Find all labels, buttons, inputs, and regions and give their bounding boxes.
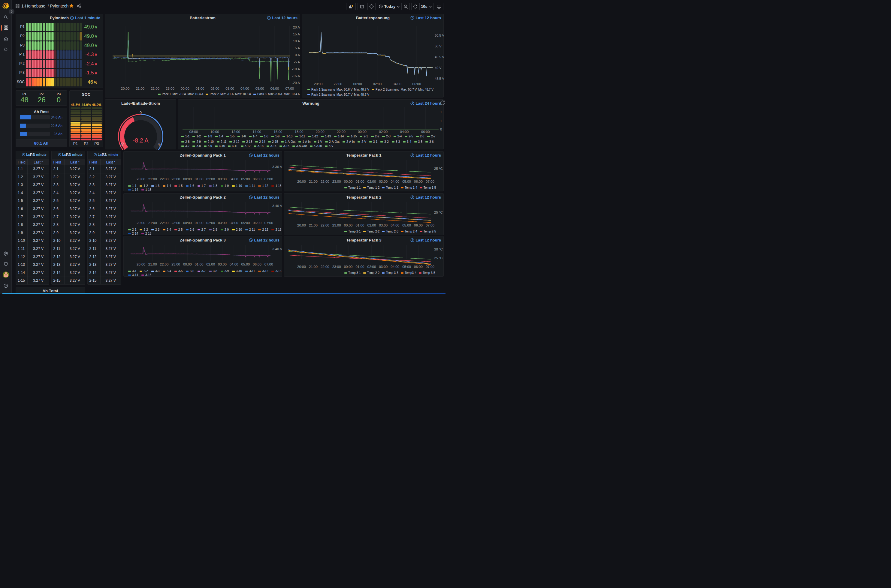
- svg-text:25 °C: 25 °C: [434, 256, 443, 260]
- svg-text:23:00: 23:00: [332, 265, 341, 268]
- svg-text:20 A: 20 A: [293, 26, 300, 29]
- svg-text:07:00: 07:00: [426, 265, 434, 268]
- svg-text:20:00: 20:00: [137, 221, 145, 225]
- svg-text:21:00: 21:00: [148, 221, 157, 225]
- svg-text:23:00: 23:00: [171, 177, 180, 181]
- svg-text:04:00: 04:00: [230, 177, 238, 181]
- svg-text:49 V: 49 V: [435, 66, 442, 70]
- svg-text:0: 0: [140, 111, 142, 115]
- svg-text:07:00: 07:00: [264, 177, 273, 181]
- svg-text:04:00: 04:00: [400, 130, 409, 134]
- svg-text:00:00: 00:00: [344, 180, 353, 183]
- svg-text:22:00: 22:00: [321, 265, 329, 268]
- svg-text:03:00: 03:00: [379, 224, 388, 227]
- svg-text:20:00: 20:00: [297, 265, 306, 268]
- svg-text:3.40 V: 3.40 V: [272, 247, 282, 251]
- svg-text:0: 0: [440, 128, 442, 131]
- svg-text:14:00: 14:00: [252, 130, 261, 134]
- svg-text:23:00: 23:00: [332, 224, 341, 227]
- svg-text:18:00: 18:00: [295, 130, 304, 134]
- svg-text:02:00: 02:00: [367, 265, 376, 268]
- svg-text:21:00: 21:00: [148, 262, 157, 266]
- svg-text:49.5 V: 49.5 V: [435, 55, 444, 59]
- svg-text:05:00: 05:00: [402, 224, 411, 227]
- svg-text:5 A: 5 A: [295, 46, 300, 50]
- svg-text:20:00: 20:00: [314, 82, 323, 86]
- svg-text:06:00: 06:00: [270, 87, 279, 90]
- svg-text:20:00: 20:00: [121, 87, 130, 90]
- svg-text:01:00: 01:00: [356, 265, 364, 268]
- svg-text:3.40 V: 3.40 V: [272, 204, 282, 208]
- svg-text:08:00: 08:00: [189, 130, 198, 134]
- svg-text:00:00: 00:00: [344, 224, 353, 227]
- svg-text:22:00: 22:00: [160, 262, 169, 266]
- svg-text:20:00: 20:00: [137, 262, 145, 266]
- svg-text:02:00: 02:00: [206, 177, 215, 181]
- svg-text:06:00: 06:00: [253, 262, 261, 266]
- svg-text:04:00: 04:00: [391, 265, 399, 268]
- svg-text:02:00: 02:00: [210, 87, 219, 90]
- svg-text:-15 A: -15 A: [292, 74, 300, 78]
- svg-text:06:00: 06:00: [421, 130, 430, 134]
- svg-text:07:00: 07:00: [264, 262, 273, 266]
- svg-text:10 A: 10 A: [293, 39, 300, 43]
- svg-text:05:00: 05:00: [255, 87, 264, 90]
- svg-text:20:00: 20:00: [297, 180, 306, 183]
- svg-text:07:00: 07:00: [285, 87, 294, 90]
- svg-text:00:00: 00:00: [183, 262, 192, 266]
- svg-text:-5 A: -5 A: [294, 60, 300, 64]
- svg-text:25 °C: 25 °C: [434, 167, 443, 170]
- svg-text:04:00: 04:00: [230, 221, 238, 225]
- svg-text:02:00: 02:00: [367, 180, 376, 183]
- svg-text:20:00: 20:00: [137, 177, 145, 181]
- svg-text:23:00: 23:00: [166, 87, 174, 90]
- svg-text:05:00: 05:00: [241, 177, 250, 181]
- svg-text:25 °C: 25 °C: [434, 211, 443, 214]
- svg-text:00:00: 00:00: [181, 87, 189, 90]
- svg-text:04:00: 04:00: [230, 262, 238, 266]
- svg-text:07:00: 07:00: [264, 221, 273, 225]
- svg-text:01:00: 01:00: [195, 221, 204, 225]
- svg-text:06:00: 06:00: [412, 82, 421, 86]
- svg-text:03:00: 03:00: [218, 177, 227, 181]
- svg-text:02:00: 02:00: [206, 262, 215, 266]
- svg-text:00:00: 00:00: [358, 130, 367, 134]
- svg-text:00:00: 00:00: [344, 265, 353, 268]
- svg-text:01:00: 01:00: [356, 224, 364, 227]
- svg-text:03:00: 03:00: [225, 87, 234, 90]
- svg-text:50.5 V: 50.5 V: [435, 34, 444, 37]
- svg-text:10:00: 10:00: [210, 130, 219, 134]
- svg-text:07:00: 07:00: [426, 224, 434, 227]
- svg-text:50 V: 50 V: [435, 44, 442, 48]
- svg-text:05:00: 05:00: [402, 265, 411, 268]
- svg-text:02:00: 02:00: [367, 224, 376, 227]
- svg-text:21:00: 21:00: [136, 87, 144, 90]
- svg-text:03:00: 03:00: [218, 221, 227, 225]
- svg-text:01:00: 01:00: [196, 87, 204, 90]
- svg-text:23:00: 23:00: [171, 221, 180, 225]
- svg-text:00:00: 00:00: [183, 177, 192, 181]
- svg-text:15 A: 15 A: [293, 32, 300, 36]
- svg-text:22:00: 22:00: [160, 221, 169, 225]
- svg-text:03:00: 03:00: [379, 180, 388, 183]
- svg-text:3.30 V: 3.30 V: [272, 165, 282, 169]
- svg-text:22:00: 22:00: [151, 87, 159, 90]
- svg-text:23:00: 23:00: [332, 180, 341, 183]
- svg-text:16:00: 16:00: [273, 130, 282, 134]
- svg-text:02:00: 02:00: [206, 221, 215, 225]
- svg-text:04:00: 04:00: [240, 87, 249, 90]
- svg-text:06:00: 06:00: [253, 177, 261, 181]
- svg-text:22:00: 22:00: [160, 177, 169, 181]
- svg-text:48.5 V: 48.5 V: [435, 77, 444, 80]
- svg-text:21:00: 21:00: [309, 180, 318, 183]
- svg-text:07:00: 07:00: [426, 180, 434, 183]
- svg-text:06:00: 06:00: [414, 180, 423, 183]
- svg-text:01:00: 01:00: [195, 262, 204, 266]
- svg-text:05:00: 05:00: [241, 221, 250, 225]
- svg-text:22:00: 22:00: [321, 224, 329, 227]
- svg-text:1: 1: [440, 119, 442, 123]
- svg-text:05:00: 05:00: [241, 262, 250, 266]
- svg-text:00:00: 00:00: [353, 82, 362, 86]
- svg-text:12:00: 12:00: [231, 130, 240, 134]
- svg-text:02:00: 02:00: [373, 82, 382, 86]
